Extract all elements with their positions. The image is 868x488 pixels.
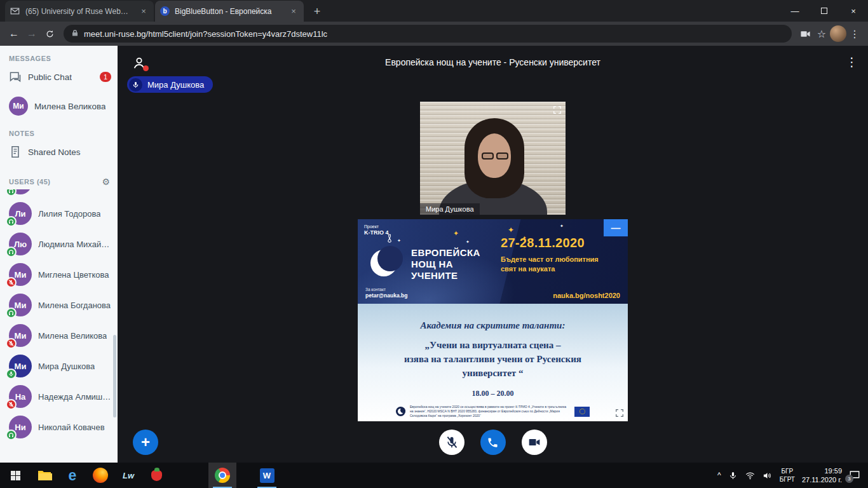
contact-info: За контакт petar@nauka.bg [365,287,407,299]
volume-icon[interactable] [763,470,773,480]
participants-icon[interactable] [132,56,146,70]
webcam-button[interactable] [522,430,547,455]
user-status-icon [6,247,17,257]
address-bar[interactable]: meet.uni-ruse.bg/html5client/join?sessio… [64,25,792,43]
user-list-item[interactable]: Ми Мира Душкова [0,351,118,381]
mute-button[interactable] [439,430,465,455]
user-list-item[interactable] [0,189,118,198]
settings-gear-icon[interactable]: ⚙ [102,177,110,187]
windows-logo-icon [11,471,20,480]
webcam-video[interactable]: Мира Душкова [420,102,566,215]
slide-banner: Проект K-TRIO 4 ✦ ✦ ✦ ✦ ✦ ✦ ЕВРОПЕЙСКА [358,219,628,304]
action-bar [439,430,547,455]
user-name: Людмила Михайл... [38,240,111,249]
bbb-favicon-icon: b [160,6,170,16]
tab-close-icon[interactable]: × [139,6,149,17]
maximize-icon [821,8,827,14]
language-indicator[interactable]: БГР БГРТ [780,467,795,484]
user-name: Надежда Алмише... [38,392,111,402]
actions-plus-button[interactable]: + [133,430,158,455]
avatar: Ми [9,263,32,286]
bookmark-star-icon[interactable]: ☆ [813,25,830,42]
user-name: Милена Великова [38,331,107,341]
avatar [9,189,32,194]
user-name: Николай Ковачев [38,423,105,432]
bbb-app: MESSAGES Public Chat 1 Ми Милена Великов… [0,46,868,463]
star-icon: ✦ [397,238,401,243]
browser-tab-bbb[interactable]: b BigBlueButton - Европейска × [155,1,304,22]
window-maximize-button[interactable] [810,0,839,22]
presentation-minimize-button[interactable]: — [604,219,628,236]
user-status-icon [6,216,17,227]
user-name: Милена Богданова [38,301,111,310]
user-list-item[interactable]: Ми Миглена Цветкова [0,259,118,290]
browser-menu-icon[interactable]: ⋮ [846,25,863,42]
private-chat-item[interactable]: Ми Милена Великова [0,92,118,121]
taskbar-explorer-icon[interactable] [31,463,58,488]
reload-button[interactable] [41,25,58,43]
public-chat-item[interactable]: Public Chat 1 [0,62,118,92]
meeting-title: Европейска нощ на учените - Русенски уни… [156,57,830,67]
action-center-button[interactable]: 3 [849,470,862,481]
lock-icon [71,29,79,39]
user-list-item[interactable]: Ли Лилия Тодорова [0,198,118,229]
user-list-item[interactable]: Лю Людмила Михайл... [0,229,118,259]
talking-indicator[interactable]: Мира Душкова [127,76,213,93]
notes-icon [9,146,22,158]
window-minimize-button[interactable]: — [780,0,810,22]
slide-footer: Европейска нощ на учените 2020 се осъщес… [358,405,628,418]
presentation-fullscreen-icon[interactable] [614,408,625,418]
user-list-item[interactable]: Ми Милена Великова [0,320,118,351]
start-button[interactable] [0,463,31,488]
video-fullscreen-icon[interactable] [552,105,562,115]
shared-notes-item[interactable]: Shared Notes [0,137,118,166]
clock[interactable]: 19:59 27.11.2020 г. [802,466,842,485]
camera-permission-icon[interactable] [797,25,813,42]
user-status-icon [6,277,17,288]
presentation-area: Проект K-TRIO 4 ✦ ✦ ✦ ✦ ✦ ✦ ЕВРОПЕЙСКА [358,219,628,421]
taskbar-chrome-icon[interactable] [208,463,236,488]
browser-tab-webmail[interactable]: (65) University of Ruse Webmail :: × [5,1,154,22]
talking-speaker-name: Мира Душкова [147,80,204,90]
slide-body: Академия на скритите таланти: „Учени на … [358,304,628,421]
star-icon: ✦ [453,229,459,238]
window-close-button[interactable]: × [839,0,868,22]
user-name: Мира Душкова [38,362,95,371]
webcam-person-glasses [480,152,510,160]
options-menu-icon[interactable]: ⋮ [846,55,858,69]
taskbar-librewolf-icon[interactable]: Lw [114,463,142,488]
slide-footer-text: Европейска нощ на учените 2020 се осъщес… [410,405,570,418]
flask-icon [384,233,395,245]
tab-title: BigBlueButton - Европейска [175,7,283,16]
leave-audio-button[interactable] [480,430,506,455]
avatar: Ми [9,97,28,116]
user-list-item[interactable]: Ми Милена Богданова [0,290,118,320]
profile-avatar[interactable] [830,25,846,42]
users-header: USERS (45) ⚙ [9,177,110,187]
user-name: Лилия Тодорова [38,209,100,219]
messages-label: MESSAGES [9,55,118,62]
talking-mic-icon [129,78,142,92]
tray-chevron-icon[interactable]: ^ [717,471,721,480]
notes-label: NOTES [9,130,118,137]
user-status-icon [6,399,17,410]
taskbar-edge-icon[interactable]: e [58,463,86,488]
user-list-item[interactable]: Ни Николай Ковачев [0,412,118,442]
video-name-label: Мира Душкова [420,203,480,215]
sidebar-scrollbar-thumb[interactable] [113,335,116,417]
taskbar-word-icon[interactable]: W [253,463,281,488]
tab-close-icon[interactable]: × [288,6,299,17]
new-tab-button[interactable]: + [309,3,325,20]
network-icon[interactable] [745,470,756,480]
users-label: USERS (45) [9,178,51,186]
screen: (65) University of Ruse Webmail :: × b B… [0,0,868,488]
star-icon: ✦ [466,240,470,245]
back-button[interactable]: ← [5,25,23,43]
slide-title: Академия на скритите таланти: [358,304,628,331]
user-list-item[interactable]: На Надежда Алмише... [0,381,118,412]
taskbar-firefox-icon[interactable] [86,463,114,488]
avatar: Ли [9,202,32,225]
taskbar-strawberry-icon[interactable] [142,463,170,488]
forward-button[interactable]: → [23,25,41,43]
tray-mic-icon[interactable] [728,470,738,480]
